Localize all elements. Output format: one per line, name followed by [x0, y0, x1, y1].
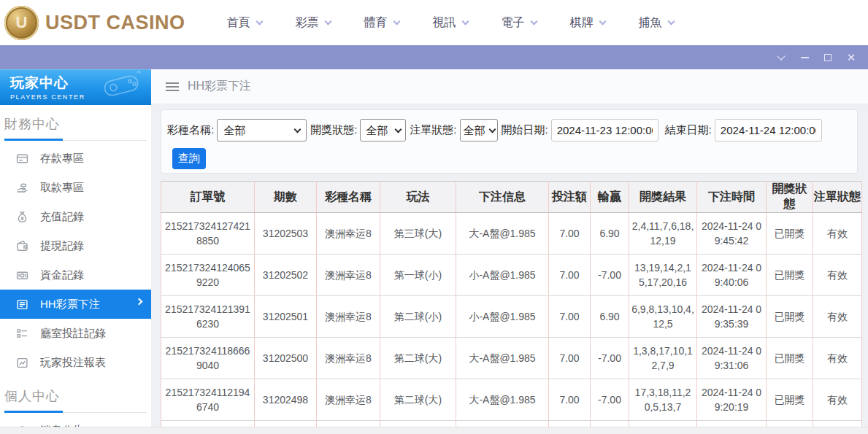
cell-draw-status: 已開獎 — [767, 296, 813, 338]
cell-order-id: 2152173241186669040 — [161, 338, 255, 379]
cell-period: 31202501 — [255, 296, 317, 338]
cell-bet-amount: 7.00 — [549, 296, 591, 338]
col-bet-time: 下注時間 — [697, 182, 767, 213]
cell-lottery-name: 澳洲幸运8 — [317, 213, 380, 255]
chevron-down-icon[interactable] — [772, 50, 791, 65]
close-icon[interactable]: ✕ — [842, 50, 861, 65]
logo-letter: U — [16, 13, 28, 32]
chevron-right-icon — [136, 298, 143, 306]
sidebar-item-deposit-zone[interactable]: 存款專區 — [0, 144, 151, 173]
search-button[interactable]: 查詢 — [172, 148, 206, 169]
withdrawal-record-icon — [16, 240, 28, 252]
cell-period: 31202502 — [255, 255, 317, 296]
cell-draw-result: 6,9,8,13,10,4,12,5 — [629, 296, 697, 338]
sidebar-item-hall-bet-record[interactable]: 廳室投註記錄 — [0, 319, 151, 348]
cell-bet-time: 2024-11-24 09:45:42 — [697, 213, 767, 255]
cell-bet-info: 大-A盤@1.985 — [456, 379, 549, 421]
col-play-type: 玩法 — [380, 182, 456, 213]
sidebar-item-withdraw-zone[interactable]: 取款專區 — [0, 173, 151, 202]
cell-draw-status: 已開獎 — [767, 213, 813, 255]
col-period: 期數 — [255, 182, 317, 213]
nav-item-label: 棋牌 — [570, 15, 594, 31]
draw-status-select[interactable]: 全部 — [360, 119, 406, 142]
sidebar-item-withdrawal-record[interactable]: 提現記錄 — [0, 231, 151, 260]
col-lottery-name: 彩種名稱 — [317, 182, 380, 213]
cell-draw-result: 17,3,18,11,20,5,13,7 — [629, 379, 697, 421]
cell-draw-status: 已開獎 — [767, 379, 813, 421]
nav-item-sports[interactable]: 體育 — [364, 15, 399, 31]
cell-play-type: 第二球(小) — [380, 296, 456, 338]
cell-bet-info: 大-A盤@1.985 — [456, 338, 549, 379]
page-title: HH彩票下注 — [188, 79, 251, 94]
col-draw-result: 開獎結果 — [629, 182, 697, 213]
end-date-label: 結束日期: — [665, 123, 712, 137]
chevron-down-icon — [393, 18, 400, 25]
lottery-name-select[interactable]: 全部 — [217, 119, 307, 142]
table-header-row: 訂單號期數彩種名稱玩法下注信息投注額輸贏開獎結果下注時間開獎狀態注單狀態 — [161, 182, 862, 213]
nav-item-electronic[interactable]: 電子 — [502, 15, 537, 31]
cell-order-status: 有效 — [813, 379, 862, 421]
players-center-header: 玩家中心 PLAYERS CENTER — [0, 69, 151, 105]
order-status-label: 注單狀態: — [410, 123, 456, 137]
cell-bet-info: 小-A盤@1.985 — [456, 255, 549, 296]
player-report-icon — [16, 357, 28, 369]
maximize-icon[interactable] — [818, 50, 837, 65]
cell-period: 31202500 — [255, 338, 317, 379]
cell-lottery-name: 澳洲幸运8 — [317, 255, 380, 296]
col-bet-info: 下注信息 — [456, 182, 549, 213]
cell-lottery-name: 澳洲幸运8 — [317, 338, 380, 379]
cell-order-id: 2152173241121946740 — [161, 379, 255, 421]
sidebar-item-label: 提現記錄 — [40, 239, 84, 253]
cell-lottery-name: 澳洲幸运8 — [317, 379, 380, 421]
start-date-input[interactable] — [551, 119, 658, 142]
chevron-down-icon — [324, 18, 331, 25]
start-date-label: 開始日期: — [502, 123, 548, 137]
cell-bet-amount: 7.00 — [549, 338, 591, 379]
brand-logo[interactable]: U USDT CASINO — [0, 6, 185, 40]
window-titlebar: ✕ — [0, 45, 868, 69]
site-header: U USDT CASINO 首頁彩票體育視訊電子棋牌捕魚 — [0, 0, 868, 45]
cell-play-type: 第一球(小) — [380, 255, 456, 296]
cell-draw-result: 2,4,11,7,6,18,12,19 — [629, 213, 697, 255]
cell-draw-result: 13,19,14,2,15,17,20,16 — [629, 255, 697, 296]
cell-play-type: 第三球(大) — [380, 213, 456, 255]
horizontal-scrollbar[interactable] — [0, 427, 868, 434]
sidebar-item-label: 存款專區 — [40, 152, 84, 166]
chevron-down-icon — [530, 18, 537, 25]
app-window: U USDT CASINO 首頁彩票體育視訊電子棋牌捕魚 ✕ 玩家中心 PLAY… — [0, 0, 868, 434]
nav-item-home[interactable]: 首頁 — [227, 15, 262, 31]
section-heading: 財務中心 — [4, 115, 151, 133]
minimize-icon[interactable] — [795, 50, 814, 65]
nav-item-video[interactable]: 視訊 — [433, 15, 468, 31]
cell-win-loss: 6.90 — [591, 296, 629, 338]
cell-win-loss: -7.00 — [591, 338, 629, 379]
filter-panel: 彩種名稱: 全部 開獎狀態: 全部 注單狀態: — [161, 109, 858, 174]
cell-win-loss: -7.00 — [591, 379, 629, 421]
cell-lottery-name: 澳洲幸运8 — [317, 296, 380, 338]
nav-item-chess[interactable]: 棋牌 — [570, 15, 605, 31]
chevron-down-icon — [599, 18, 606, 25]
cell-win-loss: -7.00 — [591, 255, 629, 296]
hall-bet-record-icon — [16, 328, 28, 340]
sidebar-item-recharge-record[interactable]: 充值記錄 — [0, 202, 151, 231]
chevron-down-icon — [461, 18, 469, 25]
funds-record-icon — [16, 269, 28, 282]
body: 玩家中心 PLAYERS CENTER 財務中心存款專區取款專區充值記錄提現記錄… — [0, 69, 868, 434]
sidebar-item-funds-record[interactable]: 資金記錄 — [0, 260, 151, 290]
lottery-name-label: 彩種名稱: — [167, 123, 214, 137]
section-underline — [4, 411, 147, 413]
sidebar-item-hh-lottery-bet[interactable]: HH彩票下注 — [0, 290, 151, 319]
lottery-bet-icon — [16, 298, 28, 311]
sidebar-item-label: HH彩票下注 — [40, 298, 100, 311]
table-row: 215217324127421885031202503澳洲幸运8第三球(大)大-… — [161, 213, 862, 255]
order-status-select[interactable]: 全部 — [460, 119, 498, 142]
nav-item-lottery[interactable]: 彩票 — [296, 15, 331, 31]
end-date-input[interactable] — [715, 119, 822, 142]
sidebar-item-player-bet-report[interactable]: 玩家投注報表 — [0, 348, 151, 377]
col-win-loss: 輸贏 — [591, 182, 629, 213]
section-underline — [4, 139, 147, 141]
nav-item-fishing[interactable]: 捕魚 — [639, 15, 674, 31]
cell-order-id: 2152173241274218850 — [161, 213, 255, 255]
hamburger-icon[interactable] — [166, 82, 179, 84]
withdraw-icon — [16, 182, 28, 194]
